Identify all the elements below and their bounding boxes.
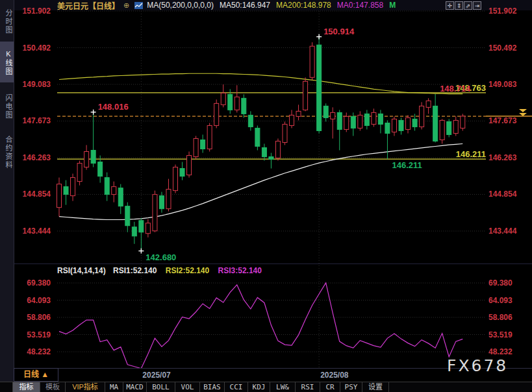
candle — [378, 114, 383, 124]
candle — [91, 151, 95, 164]
candlestick-series — [57, 37, 465, 251]
rsi3-value: RSI3:52.140 — [218, 266, 262, 275]
rsi-axis-label: 58.806 — [13, 313, 51, 322]
rsi-legend: RSI(14,14,14) RSI1:52.140 RSI2:52.140 RS… — [57, 266, 262, 275]
price-axis-label: 144.854 — [13, 190, 51, 199]
candle — [64, 187, 68, 195]
candle — [447, 121, 451, 134]
price-axis-label: 150.492 — [13, 43, 51, 53]
toolbar-item-VIP指标[interactable]: VIP指标 — [66, 382, 105, 392]
toolbar-item-BOLL[interactable]: BOLL — [147, 382, 175, 392]
period-selector[interactable]: 日线 ▲ — [14, 368, 58, 382]
toolbar-item-BIAS[interactable]: BIAS — [200, 382, 225, 392]
candle — [344, 116, 349, 129]
candle — [406, 117, 411, 129]
candle — [105, 178, 109, 195]
mini-line-chart-icon — [134, 2, 143, 9]
panel-divider — [14, 263, 532, 264]
toolbar-item-CR[interactable]: CR — [320, 382, 340, 392]
candle — [166, 190, 171, 209]
toolbar-item-MACD[interactable]: MACD — [123, 382, 147, 392]
candle — [214, 103, 219, 125]
rsi-axis-label: 64.093 — [13, 296, 51, 305]
price-axis-label: 147.673 — [488, 116, 527, 125]
price-axis-label: 147.673 — [13, 116, 51, 125]
candle — [385, 123, 390, 133]
toolbar-item-设置[interactable]: 设置 — [362, 382, 389, 392]
price-axis-label: 146.263 — [13, 153, 51, 162]
price-chart-canvas[interactable]: 148.763146.211148.016150.914142.680146.2… — [14, 10, 532, 369]
date-axis-label: 2025/07 — [142, 371, 170, 380]
rsi-axis-label: 64.093 — [488, 296, 527, 305]
price-axis-label: 143.444 — [13, 227, 51, 236]
sidebar-item-time-chart[interactable]: 分时图 — [0, 1, 14, 40]
candle — [255, 128, 260, 146]
candle — [221, 93, 225, 104]
swing-annotation: 142.680 — [146, 252, 176, 262]
candle — [139, 221, 144, 232]
swing-annotation: 150.914 — [323, 27, 355, 36]
candle — [453, 120, 458, 133]
candle — [84, 152, 89, 167]
candle — [234, 97, 239, 110]
candle — [112, 187, 116, 195]
candle — [180, 169, 184, 177]
candle — [392, 119, 396, 132]
candle — [275, 141, 280, 158]
rsi-params: RSI(14,14,14) — [57, 266, 106, 275]
price-axis-label: 150.492 — [488, 43, 527, 53]
toolbar-item-KDJ[interactable]: KDJ — [248, 382, 270, 392]
ma50-line — [59, 143, 462, 219]
candle — [125, 206, 130, 226]
ma50-value: MA50:146.947 — [220, 1, 270, 10]
toolbar-item-模板[interactable]: 模板 — [40, 382, 66, 392]
candle — [426, 101, 431, 107]
swing-annotation: 148.714 — [440, 84, 471, 93]
toolbar-item-MA[interactable]: MA — [105, 382, 123, 392]
toolbar-item-CCI[interactable]: CCI — [225, 382, 248, 392]
expand-icon[interactable]: ⊕ — [123, 1, 129, 10]
toolbar-item-RSI[interactable]: RSI — [296, 382, 320, 392]
candle — [132, 227, 136, 236]
candle — [228, 94, 233, 110]
price-axis-label: 151.902 — [13, 6, 51, 16]
sidebar-item-contract-info[interactable]: 合约资料 — [0, 127, 14, 176]
candle — [358, 115, 362, 128]
rsi-line — [59, 283, 462, 369]
sidebar-item-candle-chart[interactable]: K线图 — [0, 42, 14, 82]
candle — [310, 46, 314, 77]
zoom-horizontal-icon[interactable]: ⇗ — [464, 1, 472, 10]
candle — [337, 112, 342, 129]
price-axis-label: 143.444 — [488, 227, 527, 236]
price-axis-label: 146.263 — [488, 153, 527, 162]
candle — [283, 124, 287, 142]
hline-price-label: 146.211 — [456, 149, 486, 159]
swing-annotation: 148.016 — [98, 102, 129, 112]
rsi1-value: RSI1:52.140 — [113, 266, 157, 275]
rsi-axis-label: 53.519 — [488, 330, 527, 339]
rsi-axis-label: 48.232 — [13, 347, 51, 356]
candle — [331, 112, 335, 119]
crosshair-icon[interactable]: ✛ — [446, 1, 454, 10]
toolbar-item-PSY[interactable]: PSY — [340, 382, 362, 392]
candle — [77, 164, 82, 182]
price-axis-label: 144.854 — [488, 190, 527, 199]
candle — [399, 120, 403, 130]
candle — [146, 223, 150, 234]
zoom-vertical-icon[interactable]: ⇕ — [455, 1, 463, 10]
ma200-value: MA200:148.978 — [276, 1, 331, 10]
candle — [440, 120, 444, 140]
candle — [323, 106, 328, 117]
rsi-axis-label: 48.232 — [488, 347, 527, 356]
toolbar-item-指标[interactable]: 指标 — [13, 382, 40, 392]
candle — [207, 125, 212, 149]
rsi-axis-label: 69.380 — [13, 278, 51, 288]
sidebar-item-lightning-chart[interactable]: 闪电图 — [0, 86, 14, 125]
pan-right-icon[interactable]: ⇥ — [473, 1, 481, 10]
candle — [296, 111, 301, 116]
toolbar-item-VOL[interactable]: VOL — [175, 382, 200, 392]
toolbar-item-LW&[interactable]: LW& — [270, 382, 296, 392]
rsi-axis-label: 58.806 — [488, 313, 527, 322]
candle — [153, 195, 157, 231]
candle — [118, 188, 123, 206]
